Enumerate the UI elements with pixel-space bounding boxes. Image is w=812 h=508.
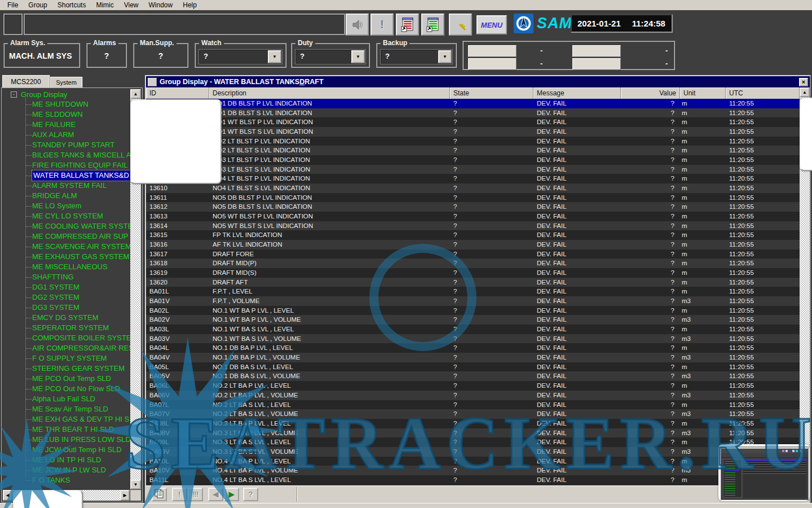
table-row[interactable]: BA09L NO.3 LT BA S LVL , LEVEL ? DEV. FA… bbox=[146, 437, 800, 447]
tree-item[interactable]: ME FAILURE bbox=[3, 120, 131, 130]
tree-item[interactable]: BRIDGE ALM bbox=[3, 191, 131, 201]
menu-button[interactable]: MENU bbox=[476, 15, 507, 34]
table-row[interactable]: 13619 DRAFT MID(S) ? DEV. FAIL ? m 11:20… bbox=[146, 268, 800, 278]
table-row[interactable]: BA04L NO.1 DB BA P LVL , LEVEL ? DEV. FA… bbox=[146, 343, 800, 353]
table-row[interactable]: 13601 NO1 DB BLST P LVL INDICATION ? DEV… bbox=[146, 99, 800, 108]
tree-item[interactable]: STEERING GEAR SYSTEM bbox=[3, 364, 131, 374]
mute-horn-button[interactable] bbox=[346, 14, 369, 36]
menu-shortcuts[interactable]: Shortcuts bbox=[52, 1, 91, 10]
table-row[interactable]: BA03L NO.1 WT BA S LVL , LEVEL ? DEV. FA… bbox=[146, 325, 800, 334]
tree-item[interactable]: SHAFTTING bbox=[3, 272, 131, 282]
tree-item[interactable]: ME THR BEAR T HI SLD bbox=[3, 424, 131, 435]
tree-item[interactable]: ME LO IN TP HI SLD bbox=[3, 455, 131, 465]
table-row[interactable]: BA10V NO.4 LT BA P LVL , VOLUME ? DEV. F… bbox=[146, 466, 800, 475]
help-button[interactable]: ? bbox=[243, 488, 258, 501]
tree-item[interactable]: ME SLDDOWN bbox=[3, 110, 131, 120]
col-header-message[interactable]: Message bbox=[533, 87, 621, 99]
table-row[interactable]: 13604 NO1 WT BLST S LVL INDICATION ? DEV… bbox=[146, 127, 800, 137]
tree-item[interactable]: F O SUPPLY SYSTEM bbox=[3, 353, 131, 364]
table-row[interactable]: 13616 AF TK LVL INDICATION ? DEV. FAIL ?… bbox=[146, 240, 800, 249]
tree-vertical-scrollbar[interactable]: ▲ ▼ bbox=[130, 89, 141, 489]
table-row[interactable]: BA02L NO.1 WT BA P LVL , LEVEL ? DEV. FA… bbox=[146, 306, 800, 316]
tree-item[interactable]: ME SCAVENGE AIR SYSTEM bbox=[3, 242, 131, 252]
ack-all-button[interactable]: !!! bbox=[188, 488, 203, 501]
table-row[interactable]: 13603 NO1 WT BLST P LVL INDICATION ? DEV… bbox=[146, 117, 800, 127]
watch-select[interactable]: ? ▼ bbox=[199, 50, 282, 64]
tree-horizontal-scrollbar[interactable]: ◀ ▶ bbox=[3, 490, 130, 501]
table-row[interactable]: BA01V F.P.T , VOLUME ? DEV. FAIL ? m3 11… bbox=[146, 296, 800, 306]
tree-item[interactable]: STANDBY PUMP START bbox=[3, 140, 131, 150]
col-header-value[interactable]: Value bbox=[621, 87, 680, 99]
tree-item[interactable]: F O TANKS bbox=[3, 475, 131, 485]
tree-item[interactable]: ME EXHAUST GAS SYSTEM bbox=[3, 252, 131, 262]
table-row[interactable]: BA01L F.P.T , LEVEL ? DEV. FAIL ? m 11:2… bbox=[146, 287, 800, 296]
chevron-down-icon[interactable]: ▼ bbox=[438, 50, 452, 63]
tree-item[interactable]: ME COMPRESSED AIR SUP bbox=[3, 231, 131, 242]
table-row[interactable]: 13609 NO4 LT BLST P LVL INDICATION ? DEV… bbox=[146, 174, 800, 183]
chevron-down-icon[interactable]: ▼ bbox=[268, 50, 281, 63]
col-header-id[interactable]: ID bbox=[146, 87, 209, 99]
tree-item[interactable]: ME CYL LO SYSTEM bbox=[3, 211, 131, 221]
menu-group[interactable]: Group bbox=[23, 1, 52, 10]
table-row[interactable]: 13620 DRAFT AFT ? DEV. FAIL ? m 11:20:55 bbox=[146, 278, 800, 287]
tree-item[interactable]: EMCY DG SYSTEM bbox=[3, 313, 131, 323]
table-row[interactable]: 13608 NO3 LT BLST S LVL INDICATION ? DEV… bbox=[146, 165, 800, 174]
table-row[interactable]: BA03V NO.1 WT BA S LVL , VOLUME ? DEV. F… bbox=[146, 334, 800, 344]
col-header-description[interactable]: Description bbox=[209, 87, 450, 99]
tree-item[interactable]: ME LUB IN PRESS LOW SLD bbox=[3, 435, 131, 445]
menu-window[interactable]: Window bbox=[144, 1, 178, 10]
table-row[interactable]: 13618 DRAFT MID(P) ? DEV. FAIL ? m 11:20… bbox=[146, 259, 800, 268]
tree-item[interactable]: ME PCO Out Temp SLD bbox=[3, 374, 131, 384]
menu-help[interactable]: Help bbox=[178, 1, 202, 10]
login-key-button[interactable] bbox=[449, 14, 472, 36]
table-row[interactable]: 13605 NO2 LT BLST P LVL INDICATION ? DEV… bbox=[146, 137, 800, 146]
window-icon[interactable] bbox=[148, 78, 157, 86]
scroll-left-icon[interactable]: ◀ bbox=[3, 490, 12, 501]
table-row[interactable]: BA02V NO.1 WT BA P LVL , VOLUME ? DEV. F… bbox=[146, 315, 800, 325]
tree-item[interactable]: ME JCW Outl Temp Hi SLD bbox=[3, 445, 131, 455]
chevron-down-icon[interactable]: ▼ bbox=[351, 50, 365, 63]
prev-page-button[interactable]: ◀ bbox=[208, 488, 223, 501]
tab-mcs2200[interactable]: MCS2200 bbox=[2, 75, 50, 87]
table-row[interactable]: 13613 NO5 WT BLST P LVL INDICATION ? DEV… bbox=[146, 212, 800, 221]
tree-item[interactable]: ME COOLING WATER SYSTE bbox=[3, 221, 131, 231]
table-row[interactable]: 13606 NO2 LT BLST S LVL INDICATION ? DEV… bbox=[146, 146, 800, 155]
table-row[interactable]: BA07V NO.2 LT BA S LVL , VOLUME ? DEV. F… bbox=[146, 409, 800, 419]
tree-item[interactable]: WATER BALLAST TANKS&D bbox=[3, 170, 131, 181]
tree-item[interactable]: ME SHUTDOWN bbox=[3, 99, 131, 110]
tree-item[interactable]: ME JCW IN P LW SLD bbox=[3, 465, 131, 475]
table-row[interactable]: BA06V NO.2 LT BA P LVL , VOLUME ? DEV. F… bbox=[146, 391, 800, 400]
table-row[interactable]: 13612 NO5 DB BLST S LVL INDICATION ? DEV… bbox=[146, 202, 800, 212]
tree-item[interactable]: SEPERATOR SYSTEM bbox=[3, 323, 131, 333]
table-row[interactable]: 13607 NO3 LT BLST P LVL INDICATION ? DEV… bbox=[146, 155, 800, 165]
scroll-down-icon[interactable]: ▼ bbox=[130, 480, 141, 489]
table-row[interactable]: 13602 NO1 DB BLST S LVL INDICATION ? DEV… bbox=[146, 108, 800, 118]
scroll-up-icon[interactable]: ▲ bbox=[130, 89, 141, 99]
window-titlebar[interactable]: Group Display - WATER BALLAST TANKSDRAFT… bbox=[146, 76, 810, 87]
tree-item[interactable]: ALARM SYSTEM FAIL bbox=[3, 181, 131, 191]
table-row[interactable]: 13610 NO4 LT BLST S LVL INDICATION ? DEV… bbox=[146, 183, 800, 193]
table-row[interactable]: 13617 DRAFT FORE ? DEV. FAIL ? m 11:20:5… bbox=[146, 249, 800, 259]
copy-button[interactable] bbox=[152, 488, 167, 501]
table-row[interactable]: 13615 FP TK LVL INDICATION ? DEV. FAIL ?… bbox=[146, 230, 800, 240]
table-row[interactable]: BA11L NO.4 LT BA S LVL , LEVEL ? DEV. FA… bbox=[146, 475, 800, 485]
menu-mimic[interactable]: Mimic bbox=[91, 1, 118, 10]
tree-item[interactable]: ME LO System bbox=[3, 201, 131, 211]
ack-button[interactable]: ! bbox=[172, 488, 187, 501]
tree-item[interactable]: ME Scav Air Temp SLD bbox=[3, 404, 131, 414]
scrollbar-thumb[interactable] bbox=[800, 98, 812, 171]
table-row[interactable]: BA09V NO.3 LT BA S LVL , VOLUME ? DEV. F… bbox=[146, 447, 800, 457]
scrollbar-thumb[interactable] bbox=[13, 490, 83, 508]
tree-item[interactable]: COMPOSITE BOILER SYSTE bbox=[3, 333, 131, 343]
table-row[interactable]: 13611 NO5 DB BLST P LVL INDICATION ? DEV… bbox=[146, 193, 800, 203]
table-vertical-scrollbar[interactable]: ▲ ▼ bbox=[800, 87, 810, 485]
table-row[interactable]: BA10L NO.4 LT BA P LVL , LEVEL ? DEV. FA… bbox=[146, 457, 800, 466]
menu-view[interactable]: View bbox=[119, 1, 144, 10]
col-header-state[interactable]: State bbox=[450, 87, 533, 99]
next-page-button[interactable]: ▶ bbox=[224, 488, 239, 501]
tree-item[interactable]: ME PCO Out No Flow SLD bbox=[3, 384, 131, 394]
alarm-list-button[interactable] bbox=[396, 14, 419, 36]
scroll-up-icon[interactable]: ▲ bbox=[800, 87, 810, 97]
tree-item[interactable]: ME MISCELLANEOUS bbox=[3, 262, 131, 272]
tree-item[interactable]: DG2 SYSTEM bbox=[3, 292, 131, 303]
